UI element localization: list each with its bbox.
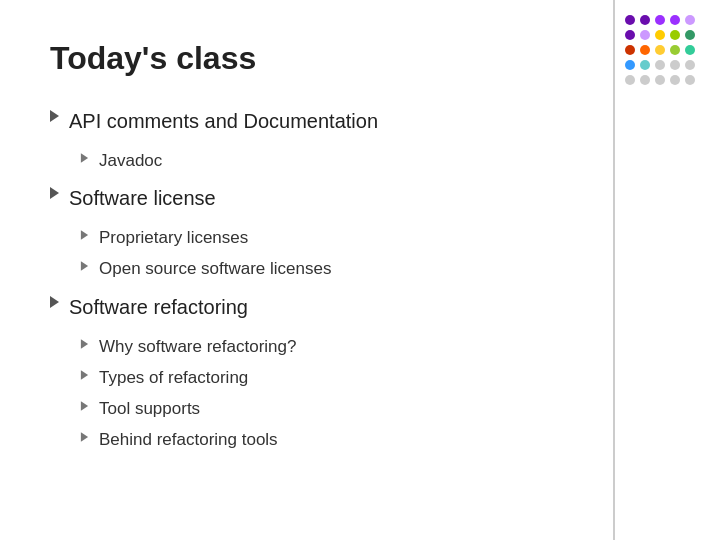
- bullet-icon: [81, 262, 88, 272]
- svg-point-8: [670, 30, 680, 40]
- svg-point-7: [655, 30, 665, 40]
- subitem-label: Proprietary licenses: [99, 224, 248, 251]
- list-item: Types of refactoring: [80, 364, 670, 391]
- bullet-icon: [50, 110, 59, 122]
- bullet-icon: [81, 370, 88, 380]
- subitem-label: Javadoc: [99, 147, 162, 174]
- bullet-icon: [50, 296, 59, 308]
- svg-point-12: [655, 45, 665, 55]
- subitem-label: Open source software licenses: [99, 255, 331, 282]
- item-label: API comments and Documentation: [69, 105, 378, 137]
- svg-point-9: [685, 30, 695, 40]
- list-item: Software refactoring: [50, 291, 670, 323]
- bullet-icon: [81, 401, 88, 411]
- list-item: Why software refactoring?: [80, 333, 670, 360]
- svg-point-11: [640, 45, 650, 55]
- sub-items-2: Proprietary licenses Open source softwar…: [80, 224, 670, 282]
- subitem-label: Behind refactoring tools: [99, 426, 278, 453]
- svg-point-3: [670, 15, 680, 25]
- svg-point-6: [640, 30, 650, 40]
- list-item: Javadoc: [80, 147, 670, 174]
- svg-point-20: [625, 75, 635, 85]
- svg-point-0: [625, 15, 635, 25]
- svg-point-18: [670, 60, 680, 70]
- svg-point-2: [655, 15, 665, 25]
- bullet-icon: [81, 153, 88, 163]
- svg-point-21: [640, 75, 650, 85]
- item-label: Software license: [69, 182, 216, 214]
- subitem-label: Why software refactoring?: [99, 333, 296, 360]
- subitem-label: Types of refactoring: [99, 364, 248, 391]
- svg-point-10: [625, 45, 635, 55]
- bullet-icon: [81, 339, 88, 349]
- bullet-icon: [81, 432, 88, 442]
- bullet-icon: [81, 230, 88, 240]
- svg-point-14: [685, 45, 695, 55]
- svg-point-19: [685, 60, 695, 70]
- list-item: Behind refactoring tools: [80, 426, 670, 453]
- list-item: Software license: [50, 182, 670, 214]
- svg-point-1: [640, 15, 650, 25]
- slide-title: Today's class: [50, 40, 670, 77]
- item-label: Software refactoring: [69, 291, 248, 323]
- svg-point-13: [670, 45, 680, 55]
- svg-point-22: [655, 75, 665, 85]
- svg-point-24: [685, 75, 695, 85]
- svg-point-5: [625, 30, 635, 40]
- list-item: Proprietary licenses: [80, 224, 670, 251]
- svg-point-4: [685, 15, 695, 25]
- slide: Today's class API comments and Documenta…: [0, 0, 720, 540]
- dot-grid-decoration: [620, 10, 710, 100]
- svg-point-15: [625, 60, 635, 70]
- svg-point-17: [655, 60, 665, 70]
- subitem-label: Tool supports: [99, 395, 200, 422]
- list-item: Open source software licenses: [80, 255, 670, 282]
- svg-point-16: [640, 60, 650, 70]
- bullet-icon: [50, 187, 59, 199]
- sub-items-3: Why software refactoring? Types of refac…: [80, 333, 670, 454]
- svg-point-23: [670, 75, 680, 85]
- list-item: API comments and Documentation: [50, 105, 670, 137]
- sub-items-1: Javadoc: [80, 147, 670, 174]
- slide-content: API comments and Documentation Javadoc S…: [50, 105, 670, 453]
- divider-line: [613, 0, 615, 540]
- list-item: Tool supports: [80, 395, 670, 422]
